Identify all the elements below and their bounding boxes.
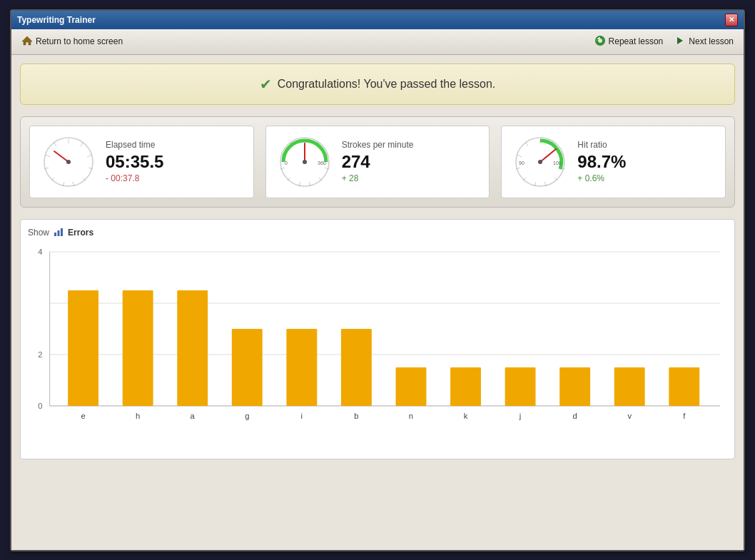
close-button[interactable]: ✕: [725, 14, 738, 26]
svg-point-17: [66, 160, 71, 164]
hit-ratio-value: 98.7%: [577, 153, 715, 171]
congrats-text: Congratulations! You've passed the lesso…: [278, 78, 496, 91]
content-area: ✔ Congratulations! You've passed the les…: [11, 55, 744, 550]
main-window: Typewriting Trainer ✕ Return to home scr…: [10, 9, 745, 551]
svg-marker-0: [22, 36, 32, 45]
svg-text:0: 0: [38, 402, 42, 410]
svg-text:e: e: [81, 412, 85, 420]
hit-ratio-card: 90 100 Hit ratio 98.7% + 0.6%: [501, 126, 726, 198]
errors-chart: 4 2 0 e h a: [28, 245, 727, 452]
elapsed-value: 05:35.5: [106, 153, 243, 171]
elapsed-delta: - 00:37.8: [106, 173, 243, 183]
next-icon: [674, 35, 686, 49]
svg-rect-52: [61, 228, 63, 236]
svg-text:v: v: [627, 412, 632, 420]
elapsed-label: Elapsed time: [106, 140, 243, 150]
svg-marker-3: [677, 37, 683, 44]
svg-rect-72: [341, 329, 372, 406]
toolbar: Return to home screen Repeat lesson: [11, 29, 744, 55]
chart-header: Show Errors: [28, 227, 727, 239]
svg-text:j: j: [519, 412, 522, 420]
repeat-label: Repeat lesson: [609, 36, 664, 46]
svg-text:90: 90: [519, 161, 525, 166]
stats-panel: Elapsed time 05:35.5 - 00:37.8: [20, 116, 735, 208]
repeat-lesson-button[interactable]: Repeat lesson: [590, 33, 668, 51]
chart-bar-icon: [54, 227, 64, 239]
svg-rect-82: [614, 367, 645, 406]
home-label: Return to home screen: [36, 36, 123, 46]
hit-ratio-gauge: 90 100: [512, 133, 569, 190]
svg-rect-62: [68, 290, 98, 406]
svg-text:h: h: [136, 412, 140, 420]
svg-text:360: 360: [318, 161, 326, 166]
svg-point-49: [538, 160, 542, 164]
svg-rect-84: [669, 367, 699, 406]
strokes-card: 0 360 Strokes per minute 274 + 28: [265, 126, 490, 198]
elapsed-time-card: Elapsed time 05:35.5 - 00:37.8: [29, 126, 254, 198]
title-bar: Typewriting Trainer ✕: [11, 11, 744, 29]
svg-rect-76: [450, 367, 481, 406]
svg-rect-70: [286, 329, 317, 406]
svg-rect-50: [54, 233, 56, 236]
svg-rect-66: [177, 290, 208, 406]
home-icon: [21, 35, 33, 49]
svg-text:f: f: [683, 412, 686, 420]
svg-text:i: i: [301, 412, 303, 420]
elapsed-gauge: [40, 133, 97, 190]
strokes-info: Strokes per minute 274 + 28: [342, 140, 480, 183]
svg-text:2: 2: [38, 350, 42, 359]
chart-title: Errors: [68, 228, 93, 238]
next-label: Next lesson: [689, 36, 734, 46]
elapsed-info: Elapsed time 05:35.5 - 00:37.8: [106, 140, 243, 183]
strokes-label: Strokes per minute: [342, 140, 480, 150]
svg-text:g: g: [245, 412, 249, 420]
svg-text:a: a: [191, 412, 196, 420]
svg-rect-68: [232, 329, 263, 406]
show-label: Show: [28, 228, 49, 238]
svg-rect-78: [505, 367, 536, 406]
toolbar-right: Repeat lesson Next lesson: [590, 33, 738, 51]
svg-rect-80: [559, 367, 590, 406]
svg-rect-64: [123, 290, 153, 406]
svg-rect-74: [396, 367, 427, 406]
svg-text:0: 0: [285, 161, 288, 166]
svg-text:b: b: [354, 412, 358, 420]
svg-text:100: 100: [553, 161, 562, 166]
svg-point-33: [303, 160, 307, 164]
checkmark-icon: ✔: [260, 76, 272, 93]
svg-text:d: d: [573, 412, 577, 420]
svg-text:n: n: [409, 412, 413, 420]
window-title: Typewriting Trainer: [17, 15, 96, 25]
repeat-icon: [594, 35, 606, 49]
strokes-value: 274: [342, 153, 480, 171]
congratulations-banner: ✔ Congratulations! You've passed the les…: [20, 63, 735, 105]
chart-section: Show Errors: [20, 219, 735, 459]
hit-ratio-label: Hit ratio: [577, 140, 715, 150]
hit-ratio-delta: + 0.6%: [577, 173, 715, 183]
strokes-gauge: 0 360: [276, 133, 333, 190]
chart-svg: 4 2 0 e h a: [28, 245, 727, 452]
svg-rect-51: [58, 230, 60, 236]
svg-text:4: 4: [38, 248, 42, 256]
hit-ratio-info: Hit ratio 98.7% + 0.6%: [577, 140, 715, 183]
svg-text:k: k: [464, 412, 468, 420]
strokes-delta: + 28: [342, 173, 480, 183]
home-button[interactable]: Return to home screen: [17, 33, 127, 51]
next-lesson-button[interactable]: Next lesson: [670, 33, 738, 51]
toolbar-left: Return to home screen: [17, 33, 127, 51]
